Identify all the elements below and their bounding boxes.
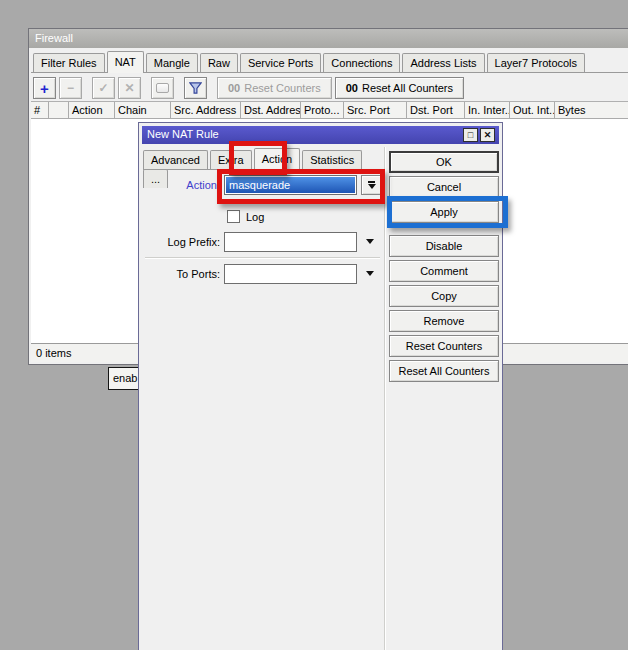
- comment-button[interactable]: [151, 77, 174, 99]
- tab-mangle[interactable]: Mangle: [146, 53, 198, 72]
- disable-button[interactable]: ✕: [118, 77, 141, 99]
- to-ports-label: To Ports:: [144, 268, 220, 280]
- cross-icon: ✕: [124, 81, 134, 95]
- blue-highlight-apply-button: [387, 196, 508, 228]
- comment-icon: [156, 83, 169, 93]
- counter-icon: 00: [346, 82, 358, 94]
- close-button[interactable]: ✕: [480, 128, 495, 142]
- tab-connections[interactable]: Connections: [323, 53, 400, 72]
- tooltip-text: enab: [113, 372, 137, 384]
- remove-button[interactable]: −: [59, 77, 82, 99]
- add-button[interactable]: +: [33, 77, 56, 99]
- maximize-icon: □: [468, 131, 473, 140]
- column-header-out-interface[interactable]: Out. Int...: [510, 102, 555, 119]
- tab-service-ports[interactable]: Service Ports: [240, 53, 321, 72]
- log-prefix-label: Log Prefix:: [144, 236, 220, 248]
- reset-counters-button[interactable]: 00 Reset Counters: [217, 77, 332, 99]
- tab-layer7-protocols[interactable]: Layer7 Protocols: [487, 53, 586, 72]
- chevron-down-icon: [366, 271, 374, 276]
- to-ports-input[interactable]: [224, 264, 357, 284]
- enable-button[interactable]: ✓: [92, 77, 115, 99]
- checkmark-icon: ✓: [98, 81, 108, 95]
- column-header-src-address[interactable]: Src. Address: [171, 102, 241, 119]
- table-header-row: # Action Chain Src. Address Dst. Address…: [31, 101, 628, 119]
- desktop: Firewall Filter RulesNATMangleRawService…: [0, 0, 628, 650]
- vertical-divider: [384, 147, 386, 650]
- tab-advanced[interactable]: Advanced: [143, 150, 208, 169]
- ok-button[interactable]: OK: [389, 151, 499, 173]
- funnel-icon: [189, 82, 202, 95]
- dialog-title: New NAT Rule: [147, 128, 219, 140]
- tab-filter-rules[interactable]: Filter Rules: [33, 53, 105, 72]
- cancel-button[interactable]: Cancel: [389, 176, 499, 198]
- column-header-protocol[interactable]: Proto...: [301, 102, 344, 119]
- reset-counters-label: Reset Counters: [244, 82, 320, 94]
- chevron-down-icon: [366, 239, 374, 244]
- section-divider: [145, 257, 380, 259]
- reset-all-counters-button[interactable]: 00 Reset All Counters: [335, 77, 464, 99]
- column-header-src-port[interactable]: Src. Port: [344, 102, 407, 119]
- tab-statistics[interactable]: Statistics: [302, 150, 362, 169]
- dialog-titlebar[interactable]: New NAT Rule □ ✕: [142, 126, 499, 144]
- column-header-dst-port[interactable]: Dst. Port: [407, 102, 465, 119]
- column-header-dst-address[interactable]: Dst. Address: [241, 102, 301, 119]
- firewall-tab-strip: Filter RulesNATMangleRawService PortsCon…: [31, 50, 628, 73]
- disable-button[interactable]: Disable: [389, 235, 499, 257]
- column-header-chain[interactable]: Chain: [115, 102, 171, 119]
- log-prefix-input[interactable]: [224, 232, 357, 252]
- to-ports-dropdown-arrow[interactable]: [363, 271, 377, 276]
- column-header-icon[interactable]: [49, 102, 69, 119]
- items-count: 0 items: [36, 347, 71, 359]
- tooltip: enab: [108, 367, 142, 390]
- window-title: Firewall: [35, 32, 73, 44]
- counter-icon: 00: [228, 82, 240, 94]
- log-prefix-dropdown-arrow[interactable]: [363, 239, 377, 244]
- comment-button[interactable]: Comment: [389, 260, 499, 282]
- firewall-window-titlebar[interactable]: Firewall: [29, 29, 628, 48]
- tab-raw[interactable]: Raw: [200, 53, 238, 72]
- column-header-in-interface[interactable]: In. Inter...: [465, 102, 510, 119]
- column-header-number[interactable]: #: [31, 102, 49, 119]
- red-highlight-action-dropdown: [217, 169, 385, 204]
- maximize-button[interactable]: □: [463, 128, 478, 142]
- action-field-label: Action:: [144, 179, 220, 191]
- plus-icon: +: [40, 81, 49, 96]
- firewall-toolbar: + − ✓ ✕ 00: [31, 75, 628, 101]
- minus-icon: −: [67, 81, 74, 95]
- column-header-action[interactable]: Action: [69, 102, 115, 119]
- close-icon: ✕: [484, 131, 492, 140]
- filter-button[interactable]: [184, 77, 207, 99]
- copy-button[interactable]: Copy: [389, 285, 499, 307]
- reset-all-counters-label: Reset All Counters: [362, 82, 453, 94]
- reset-counters-button[interactable]: Reset Counters: [389, 335, 499, 357]
- column-header-bytes[interactable]: Bytes: [555, 102, 628, 119]
- tab-address-lists[interactable]: Address Lists: [402, 53, 484, 72]
- reset-all-counters-button[interactable]: Reset All Counters: [389, 360, 499, 382]
- log-checkbox-label: Log: [246, 211, 264, 223]
- remove-button[interactable]: Remove: [389, 310, 499, 332]
- tab-nat[interactable]: NAT: [107, 51, 144, 73]
- log-checkbox[interactable]: [227, 210, 240, 223]
